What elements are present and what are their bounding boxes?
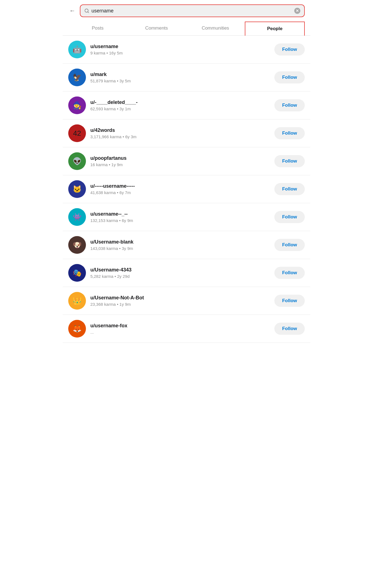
avatar: 👑 bbox=[68, 292, 86, 310]
search-bar: ✕ bbox=[80, 4, 305, 17]
follow-button[interactable]: Follow bbox=[274, 267, 305, 279]
user-meta: 23,368 karma • 1y 9m bbox=[90, 302, 270, 307]
username-label: u/username bbox=[90, 44, 270, 49]
username-label: u/Username-blank bbox=[90, 239, 270, 245]
list-item: 🐶 u/Username-blank 143,038 karma • 3y 9m… bbox=[63, 231, 310, 259]
follow-button[interactable]: Follow bbox=[274, 323, 305, 335]
tabs: Posts Comments Communities People bbox=[63, 22, 310, 36]
username-label: u/Username-4343 bbox=[90, 267, 270, 273]
username-label: u/mark bbox=[90, 72, 270, 77]
follow-button[interactable]: Follow bbox=[274, 155, 305, 167]
header: ← ✕ bbox=[63, 0, 310, 22]
user-list: 🤖 u/username 9 karma • 16y 5m Follow 🦅 u… bbox=[63, 36, 310, 343]
user-info: u/-----username----- 41,638 karma • 6y 7… bbox=[90, 183, 270, 195]
list-item: 🐱 u/-----username----- 41,638 karma • 6y… bbox=[63, 175, 310, 203]
avatar: 42 bbox=[68, 124, 86, 142]
list-item: 🧙 u/-____deleted____- 62,593 karma • 3y … bbox=[63, 92, 310, 119]
follow-button[interactable]: Follow bbox=[274, 43, 305, 56]
follow-button[interactable]: Follow bbox=[274, 211, 305, 223]
user-info: u/-____deleted____- 62,593 karma • 3y 1m bbox=[90, 100, 270, 111]
username-label: u/42words bbox=[90, 127, 270, 133]
back-button[interactable]: ← bbox=[68, 6, 77, 15]
username-label: u/Username-Not-A-Bot bbox=[90, 295, 270, 301]
list-item: 🤖 u/username 9 karma • 16y 5m Follow bbox=[63, 36, 310, 64]
user-info: u/username-fox ... bbox=[90, 323, 270, 334]
list-item: 👾 u/username--_-- 132,153 karma • 6y 9m … bbox=[63, 203, 310, 231]
avatar: 👾 bbox=[68, 208, 86, 226]
list-item: 🎭 u/Username-4343 5,282 karma • 2y 29d F… bbox=[63, 259, 310, 287]
user-info: u/Username-Not-A-Bot 23,368 karma • 1y 9… bbox=[90, 295, 270, 307]
follow-button[interactable]: Follow bbox=[274, 127, 305, 139]
avatar: 🤖 bbox=[68, 41, 86, 58]
user-info: u/mark 51,879 karma • 3y 5m bbox=[90, 72, 270, 83]
avatar: 🐱 bbox=[68, 180, 86, 198]
list-item: 🦊 u/username-fox ... Follow bbox=[63, 315, 310, 343]
user-meta: 41,638 karma • 6y 7m bbox=[90, 190, 270, 195]
user-meta: 62,593 karma • 3y 1m bbox=[90, 106, 270, 111]
list-item: 🦅 u/mark 51,879 karma • 3y 5m Follow bbox=[63, 64, 310, 92]
clear-button[interactable]: ✕ bbox=[294, 8, 300, 14]
search-icon bbox=[84, 8, 89, 13]
list-item: 👽 u/poopfartanus 16 karma • 1y 9m Follow bbox=[63, 147, 310, 175]
user-meta: 9 karma • 16y 5m bbox=[90, 51, 270, 55]
username-label: u/-----username----- bbox=[90, 183, 270, 189]
user-meta: 16 karma • 1y 9m bbox=[90, 162, 270, 167]
avatar: 🎭 bbox=[68, 264, 86, 282]
tab-people[interactable]: People bbox=[245, 22, 305, 36]
back-arrow-icon: ← bbox=[69, 7, 75, 14]
user-info: u/Username-4343 5,282 karma • 2y 29d bbox=[90, 267, 270, 279]
user-meta: 51,879 karma • 3y 5m bbox=[90, 79, 270, 83]
username-label: u/username-fox bbox=[90, 323, 270, 329]
list-item: 42 u/42words 3,171,966 karma • 6y 3m Fol… bbox=[63, 119, 310, 147]
user-meta: 132,153 karma • 6y 9m bbox=[90, 218, 270, 223]
username-label: u/poopfartanus bbox=[90, 155, 270, 161]
username-label: u/-____deleted____- bbox=[90, 100, 270, 105]
user-info: u/Username-blank 143,038 karma • 3y 9m bbox=[90, 239, 270, 251]
search-input[interactable] bbox=[91, 8, 292, 14]
avatar: 🦊 bbox=[68, 320, 86, 338]
follow-button[interactable]: Follow bbox=[274, 71, 305, 83]
clear-icon: ✕ bbox=[294, 8, 300, 14]
follow-button[interactable]: Follow bbox=[274, 99, 305, 111]
user-info: u/username--_-- 132,153 karma • 6y 9m bbox=[90, 211, 270, 223]
follow-button[interactable]: Follow bbox=[274, 183, 305, 195]
avatar: 🐶 bbox=[68, 236, 86, 254]
avatar: 🦅 bbox=[68, 69, 86, 86]
username-label: u/username--_-- bbox=[90, 211, 270, 217]
avatar: 👽 bbox=[68, 152, 86, 170]
user-meta: ... bbox=[90, 330, 270, 334]
tab-communities[interactable]: Communities bbox=[186, 22, 245, 35]
follow-button[interactable]: Follow bbox=[274, 239, 305, 251]
user-meta: 5,282 karma • 2y 29d bbox=[90, 274, 270, 279]
user-info: u/poopfartanus 16 karma • 1y 9m bbox=[90, 155, 270, 167]
follow-button[interactable]: Follow bbox=[274, 295, 305, 307]
tab-posts[interactable]: Posts bbox=[68, 22, 127, 35]
list-item: 👑 u/Username-Not-A-Bot 23,368 karma • 1y… bbox=[63, 287, 310, 315]
user-info: u/username 9 karma • 16y 5m bbox=[90, 44, 270, 55]
tab-comments[interactable]: Comments bbox=[127, 22, 186, 35]
user-meta: 3,171,966 karma • 6y 3m bbox=[90, 134, 270, 139]
avatar: 🧙 bbox=[68, 96, 86, 114]
user-info: u/42words 3,171,966 karma • 6y 3m bbox=[90, 127, 270, 139]
user-meta: 143,038 karma • 3y 9m bbox=[90, 246, 270, 251]
svg-line-1 bbox=[88, 12, 88, 12]
